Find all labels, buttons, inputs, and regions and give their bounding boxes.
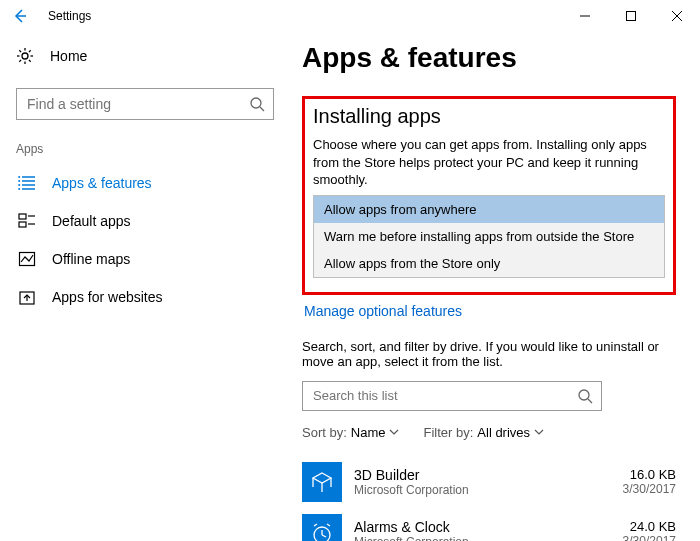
home-nav[interactable]: Home xyxy=(16,36,274,76)
close-icon xyxy=(672,11,682,21)
maximize-button[interactable] xyxy=(608,0,654,32)
hidden-selected-label xyxy=(315,280,665,288)
sidebar-item-apps-features[interactable]: Apps & features xyxy=(16,164,274,202)
search-icon xyxy=(249,96,265,112)
app-icon-3d-builder xyxy=(302,462,342,502)
dropdown-option-anywhere[interactable]: Allow apps from anywhere xyxy=(314,196,664,223)
filter-label: Filter by: xyxy=(423,425,473,440)
filter-by-control[interactable]: Filter by: All drives xyxy=(423,425,544,440)
layout: Home Apps Apps & features xyxy=(0,32,700,541)
highlight-box: Installing apps Choose where you can get… xyxy=(302,96,676,295)
find-setting-search[interactable] xyxy=(16,88,274,120)
list-icon xyxy=(18,174,36,192)
arrow-left-icon xyxy=(12,8,28,24)
titlebar: Settings xyxy=(0,0,700,32)
close-button[interactable] xyxy=(654,0,700,32)
sidebar-item-apps-for-websites[interactable]: Apps for websites xyxy=(16,278,274,316)
sidebar-item-label: Apps for websites xyxy=(52,289,163,305)
chevron-down-icon xyxy=(389,427,399,437)
svg-line-36 xyxy=(588,399,592,403)
sort-filter-row: Sort by: Name Filter by: All drives xyxy=(302,425,676,440)
svg-line-43 xyxy=(322,535,326,537)
svg-line-15 xyxy=(260,107,264,111)
app-publisher: Microsoft Corporation xyxy=(354,483,469,497)
svg-marker-37 xyxy=(313,473,331,483)
main-content: Apps & features Installing apps Choose w… xyxy=(290,32,700,541)
settings-window: Settings xyxy=(0,0,700,541)
defaults-icon xyxy=(18,212,36,230)
map-icon xyxy=(18,250,36,268)
svg-line-13 xyxy=(19,60,21,62)
svg-point-24 xyxy=(18,176,20,178)
maximize-icon xyxy=(626,11,636,21)
sidebar-item-default-apps[interactable]: Default apps xyxy=(16,202,274,240)
sort-by-control[interactable]: Sort by: Name xyxy=(302,425,399,440)
app-publisher: Microsoft Corporation xyxy=(354,535,469,541)
app-size: 16.0 KB xyxy=(623,467,676,482)
open-in-app-icon xyxy=(18,288,36,306)
svg-rect-2 xyxy=(627,12,636,21)
app-name: 3D Builder xyxy=(354,467,469,483)
gear-icon xyxy=(16,47,34,65)
cube-icon xyxy=(310,470,334,494)
sidebar-item-label: Apps & features xyxy=(52,175,152,191)
search-icon xyxy=(577,388,593,404)
svg-point-27 xyxy=(18,188,20,190)
filter-value: All drives xyxy=(477,425,530,440)
svg-rect-30 xyxy=(19,222,26,227)
svg-point-35 xyxy=(579,390,589,400)
app-meta: 16.0 KB 3/30/2017 xyxy=(623,467,676,496)
svg-line-10 xyxy=(19,50,21,52)
installing-apps-description: Choose where you can get apps from. Inst… xyxy=(313,136,665,189)
app-date: 3/30/2017 xyxy=(623,482,676,496)
app-info: Alarms & Clock Microsoft Corporation xyxy=(354,519,469,541)
window-controls xyxy=(562,0,700,32)
sidebar: Home Apps Apps & features xyxy=(0,32,290,541)
app-list-item[interactable]: 3D Builder Microsoft Corporation 16.0 KB… xyxy=(302,456,676,508)
sort-label: Sort by: xyxy=(302,425,347,440)
svg-rect-28 xyxy=(19,214,26,219)
installing-apps-title: Installing apps xyxy=(313,105,665,128)
sort-value: Name xyxy=(351,425,386,440)
find-setting-input[interactable] xyxy=(25,95,249,113)
app-icon-alarms-clock xyxy=(302,514,342,541)
filter-description: Search, sort, and filter by drive. If yo… xyxy=(302,339,676,369)
svg-point-5 xyxy=(22,53,28,59)
svg-point-26 xyxy=(18,184,20,186)
page-title: Apps & features xyxy=(302,42,676,74)
chevron-down-icon xyxy=(534,427,544,437)
svg-line-45 xyxy=(327,524,330,526)
home-label: Home xyxy=(50,48,87,64)
app-meta: 24.0 KB 3/30/2017 xyxy=(623,519,676,541)
dropdown-option-store-only[interactable]: Allow apps from the Store only xyxy=(314,250,664,277)
svg-point-25 xyxy=(18,180,20,182)
svg-point-14 xyxy=(251,98,261,108)
app-list-item[interactable]: Alarms & Clock Microsoft Corporation 24.… xyxy=(302,508,676,541)
app-name: Alarms & Clock xyxy=(354,519,469,535)
minimize-button[interactable] xyxy=(562,0,608,32)
manage-optional-features-link[interactable]: Manage optional features xyxy=(304,303,676,319)
sidebar-item-offline-maps[interactable]: Offline maps xyxy=(16,240,274,278)
clock-icon xyxy=(310,522,334,541)
svg-line-12 xyxy=(29,50,31,52)
window-title: Settings xyxy=(48,9,91,23)
svg-line-44 xyxy=(314,524,317,526)
sidebar-item-label: Offline maps xyxy=(52,251,130,267)
search-apps-input[interactable] xyxy=(311,387,577,404)
back-button[interactable] xyxy=(0,0,40,32)
app-info: 3D Builder Microsoft Corporation xyxy=(354,467,469,497)
dropdown-option-warn[interactable]: Warn me before installing apps from outs… xyxy=(314,223,664,250)
sidebar-item-label: Default apps xyxy=(52,213,131,229)
install-source-dropdown[interactable]: Allow apps from anywhere Warn me before … xyxy=(313,195,665,278)
svg-line-11 xyxy=(29,60,31,62)
app-size: 24.0 KB xyxy=(623,519,676,534)
minimize-icon xyxy=(580,11,590,21)
search-apps-box[interactable] xyxy=(302,381,602,411)
app-date: 3/30/2017 xyxy=(623,534,676,541)
sidebar-section-label: Apps xyxy=(16,142,274,156)
